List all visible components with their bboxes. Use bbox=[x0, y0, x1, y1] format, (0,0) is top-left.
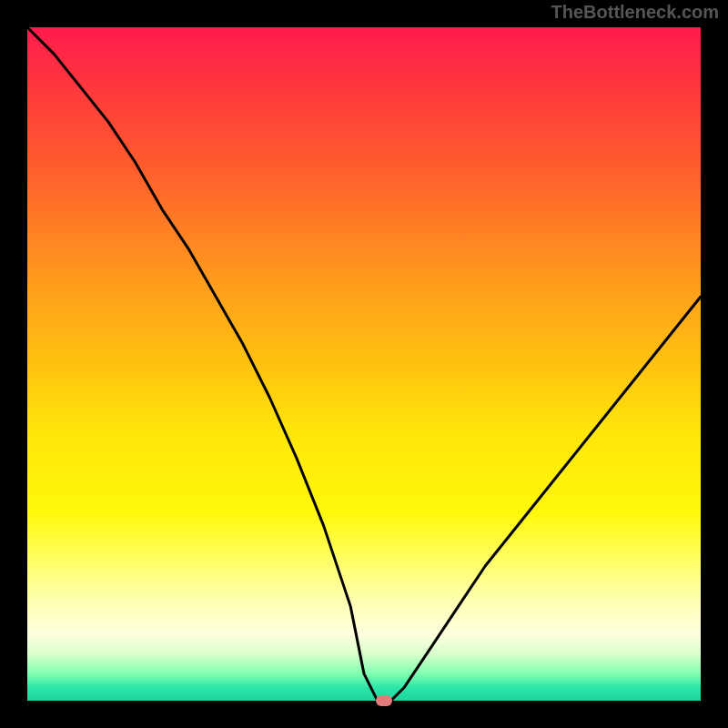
watermark-text: TheBottleneck.com bbox=[551, 2, 719, 23]
chart-plot-area bbox=[27, 27, 701, 701]
optimal-point-marker bbox=[376, 695, 392, 706]
bottleneck-curve bbox=[27, 27, 701, 701]
